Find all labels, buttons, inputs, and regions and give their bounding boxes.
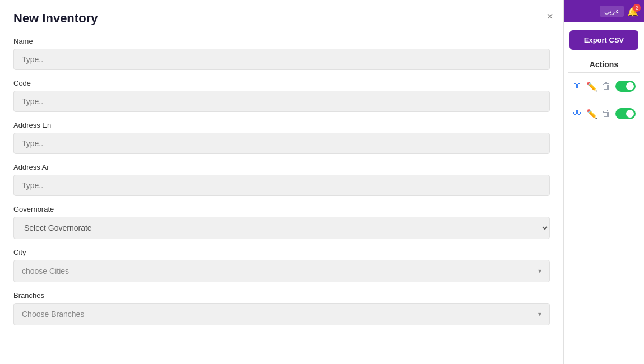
- export-csv-button[interactable]: Export CSV: [569, 30, 638, 50]
- name-label: Name: [13, 37, 550, 45]
- name-field-group: Name: [13, 37, 550, 70]
- delete-icon-1[interactable]: 🗑: [602, 81, 611, 91]
- branches-chevron-down-icon: ▾: [538, 310, 541, 318]
- governorate-field-group: Governorate Select Governorate: [13, 205, 550, 239]
- toggle-1[interactable]: [615, 81, 636, 92]
- city-label: City: [13, 248, 550, 256]
- address-en-field-group: Address En: [13, 121, 550, 154]
- address-en-label: Address En: [13, 121, 550, 129]
- right-sidebar: عربي 🔔 2 Export CSV Actions 👁 ✏️ 🗑 👁 ✏️ …: [563, 0, 644, 364]
- new-inventory-modal: New Inventory × Name Code Address En Add…: [0, 0, 563, 364]
- action-row-2: 👁 ✏️ 🗑: [564, 100, 644, 127]
- branches-field-group: Branches Choose Branches ▾: [13, 291, 550, 325]
- city-field-group: City choose Cities ▾: [13, 248, 550, 282]
- close-button[interactable]: ×: [546, 10, 553, 23]
- code-field-group: Code: [13, 79, 550, 112]
- city-select-value: choose Cities: [22, 267, 69, 276]
- address-ar-field-group: Address Ar: [13, 163, 550, 196]
- actions-label: Actions: [564, 55, 644, 72]
- delete-icon-2[interactable]: 🗑: [602, 109, 611, 119]
- notifications-button[interactable]: 🔔 2: [627, 6, 638, 17]
- city-select-wrapper[interactable]: choose Cities ▾: [13, 260, 550, 282]
- city-select[interactable]: choose Cities ▾: [13, 260, 550, 282]
- notification-badge: 2: [633, 4, 641, 12]
- language-button[interactable]: عربي: [600, 6, 624, 17]
- code-label: Code: [13, 79, 550, 87]
- city-chevron-down-icon: ▾: [538, 267, 541, 275]
- address-ar-label: Address Ar: [13, 163, 550, 171]
- view-icon-1[interactable]: 👁: [573, 81, 582, 91]
- sidebar-header: عربي 🔔 2: [564, 0, 644, 22]
- address-ar-input[interactable]: [13, 175, 550, 196]
- edit-icon-2[interactable]: ✏️: [586, 109, 597, 119]
- branches-select-value: Choose Branches: [22, 310, 84, 319]
- edit-icon-1[interactable]: ✏️: [586, 81, 597, 92]
- branches-label: Branches: [13, 291, 550, 300]
- address-en-input[interactable]: [13, 133, 550, 154]
- code-input[interactable]: [13, 91, 550, 112]
- governorate-label: Governorate: [13, 205, 550, 213]
- toggle-2[interactable]: [615, 108, 636, 119]
- modal-title: New Inventory: [13, 11, 550, 26]
- name-input[interactable]: [13, 49, 550, 70]
- action-row-1: 👁 ✏️ 🗑: [564, 73, 644, 100]
- branches-select-wrapper[interactable]: Choose Branches ▾: [13, 303, 550, 325]
- branches-select[interactable]: Choose Branches ▾: [13, 303, 550, 325]
- view-icon-2[interactable]: 👁: [573, 109, 582, 119]
- governorate-select[interactable]: Select Governorate: [13, 217, 550, 239]
